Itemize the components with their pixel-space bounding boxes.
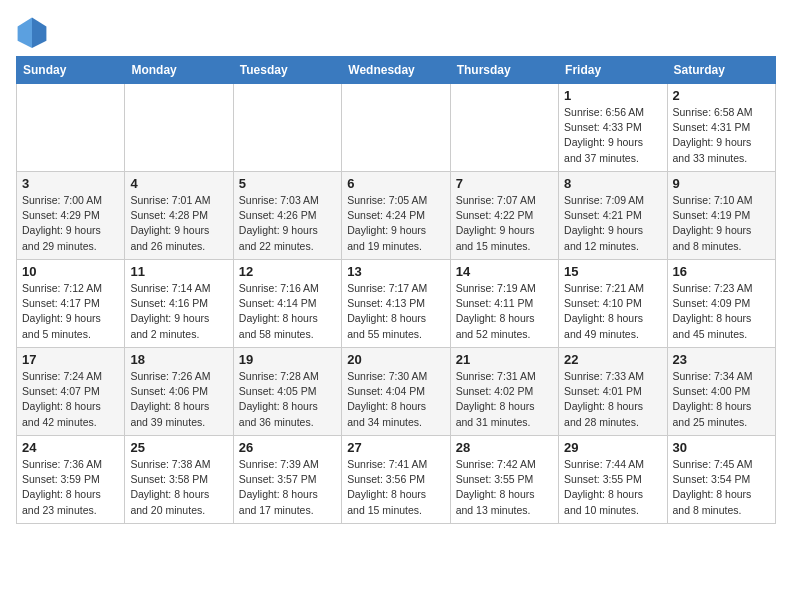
day-number: 9 bbox=[673, 176, 770, 191]
day-number: 16 bbox=[673, 264, 770, 279]
calendar-cell: 18Sunrise: 7:26 AM Sunset: 4:06 PM Dayli… bbox=[125, 348, 233, 436]
day-number: 30 bbox=[673, 440, 770, 455]
weekday-header-friday: Friday bbox=[559, 57, 667, 84]
day-info: Sunrise: 7:19 AM Sunset: 4:11 PM Dayligh… bbox=[456, 281, 553, 342]
calendar-week-5: 24Sunrise: 7:36 AM Sunset: 3:59 PM Dayli… bbox=[17, 436, 776, 524]
calendar-cell: 20Sunrise: 7:30 AM Sunset: 4:04 PM Dayli… bbox=[342, 348, 450, 436]
calendar-cell: 1Sunrise: 6:56 AM Sunset: 4:33 PM Daylig… bbox=[559, 84, 667, 172]
day-info: Sunrise: 7:05 AM Sunset: 4:24 PM Dayligh… bbox=[347, 193, 444, 254]
day-number: 4 bbox=[130, 176, 227, 191]
calendar-cell: 3Sunrise: 7:00 AM Sunset: 4:29 PM Daylig… bbox=[17, 172, 125, 260]
calendar-cell bbox=[450, 84, 558, 172]
day-info: Sunrise: 7:00 AM Sunset: 4:29 PM Dayligh… bbox=[22, 193, 119, 254]
day-info: Sunrise: 7:42 AM Sunset: 3:55 PM Dayligh… bbox=[456, 457, 553, 518]
weekday-header-monday: Monday bbox=[125, 57, 233, 84]
day-number: 12 bbox=[239, 264, 336, 279]
calendar-week-1: 1Sunrise: 6:56 AM Sunset: 4:33 PM Daylig… bbox=[17, 84, 776, 172]
calendar-cell: 4Sunrise: 7:01 AM Sunset: 4:28 PM Daylig… bbox=[125, 172, 233, 260]
day-info: Sunrise: 7:14 AM Sunset: 4:16 PM Dayligh… bbox=[130, 281, 227, 342]
day-info: Sunrise: 7:01 AM Sunset: 4:28 PM Dayligh… bbox=[130, 193, 227, 254]
day-number: 5 bbox=[239, 176, 336, 191]
calendar-cell: 22Sunrise: 7:33 AM Sunset: 4:01 PM Dayli… bbox=[559, 348, 667, 436]
day-number: 8 bbox=[564, 176, 661, 191]
page-header bbox=[16, 16, 776, 48]
calendar-cell: 8Sunrise: 7:09 AM Sunset: 4:21 PM Daylig… bbox=[559, 172, 667, 260]
day-info: Sunrise: 7:09 AM Sunset: 4:21 PM Dayligh… bbox=[564, 193, 661, 254]
day-number: 11 bbox=[130, 264, 227, 279]
calendar-header-row: SundayMondayTuesdayWednesdayThursdayFrid… bbox=[17, 57, 776, 84]
calendar-cell: 11Sunrise: 7:14 AM Sunset: 4:16 PM Dayli… bbox=[125, 260, 233, 348]
day-info: Sunrise: 7:21 AM Sunset: 4:10 PM Dayligh… bbox=[564, 281, 661, 342]
weekday-header-saturday: Saturday bbox=[667, 57, 775, 84]
calendar-cell: 6Sunrise: 7:05 AM Sunset: 4:24 PM Daylig… bbox=[342, 172, 450, 260]
calendar-cell: 30Sunrise: 7:45 AM Sunset: 3:54 PM Dayli… bbox=[667, 436, 775, 524]
day-info: Sunrise: 7:45 AM Sunset: 3:54 PM Dayligh… bbox=[673, 457, 770, 518]
day-number: 19 bbox=[239, 352, 336, 367]
day-number: 24 bbox=[22, 440, 119, 455]
svg-marker-1 bbox=[32, 18, 46, 48]
day-number: 21 bbox=[456, 352, 553, 367]
calendar-week-4: 17Sunrise: 7:24 AM Sunset: 4:07 PM Dayli… bbox=[17, 348, 776, 436]
calendar-cell: 12Sunrise: 7:16 AM Sunset: 4:14 PM Dayli… bbox=[233, 260, 341, 348]
day-info: Sunrise: 7:23 AM Sunset: 4:09 PM Dayligh… bbox=[673, 281, 770, 342]
day-number: 6 bbox=[347, 176, 444, 191]
calendar-cell: 17Sunrise: 7:24 AM Sunset: 4:07 PM Dayli… bbox=[17, 348, 125, 436]
day-number: 25 bbox=[130, 440, 227, 455]
weekday-header-sunday: Sunday bbox=[17, 57, 125, 84]
day-number: 3 bbox=[22, 176, 119, 191]
day-number: 22 bbox=[564, 352, 661, 367]
day-info: Sunrise: 7:44 AM Sunset: 3:55 PM Dayligh… bbox=[564, 457, 661, 518]
calendar-cell: 13Sunrise: 7:17 AM Sunset: 4:13 PM Dayli… bbox=[342, 260, 450, 348]
calendar-cell: 2Sunrise: 6:58 AM Sunset: 4:31 PM Daylig… bbox=[667, 84, 775, 172]
calendar-cell bbox=[125, 84, 233, 172]
calendar-cell: 19Sunrise: 7:28 AM Sunset: 4:05 PM Dayli… bbox=[233, 348, 341, 436]
day-info: Sunrise: 7:31 AM Sunset: 4:02 PM Dayligh… bbox=[456, 369, 553, 430]
day-info: Sunrise: 7:07 AM Sunset: 4:22 PM Dayligh… bbox=[456, 193, 553, 254]
calendar-cell: 14Sunrise: 7:19 AM Sunset: 4:11 PM Dayli… bbox=[450, 260, 558, 348]
calendar-table: SundayMondayTuesdayWednesdayThursdayFrid… bbox=[16, 56, 776, 524]
day-info: Sunrise: 7:10 AM Sunset: 4:19 PM Dayligh… bbox=[673, 193, 770, 254]
calendar-cell: 26Sunrise: 7:39 AM Sunset: 3:57 PM Dayli… bbox=[233, 436, 341, 524]
day-info: Sunrise: 7:39 AM Sunset: 3:57 PM Dayligh… bbox=[239, 457, 336, 518]
day-number: 28 bbox=[456, 440, 553, 455]
day-info: Sunrise: 7:34 AM Sunset: 4:00 PM Dayligh… bbox=[673, 369, 770, 430]
day-info: Sunrise: 7:38 AM Sunset: 3:58 PM Dayligh… bbox=[130, 457, 227, 518]
day-info: Sunrise: 7:17 AM Sunset: 4:13 PM Dayligh… bbox=[347, 281, 444, 342]
calendar-week-2: 3Sunrise: 7:00 AM Sunset: 4:29 PM Daylig… bbox=[17, 172, 776, 260]
day-info: Sunrise: 6:56 AM Sunset: 4:33 PM Dayligh… bbox=[564, 105, 661, 166]
day-info: Sunrise: 7:16 AM Sunset: 4:14 PM Dayligh… bbox=[239, 281, 336, 342]
calendar-cell: 29Sunrise: 7:44 AM Sunset: 3:55 PM Dayli… bbox=[559, 436, 667, 524]
day-number: 2 bbox=[673, 88, 770, 103]
day-number: 29 bbox=[564, 440, 661, 455]
calendar-cell bbox=[233, 84, 341, 172]
calendar-cell: 25Sunrise: 7:38 AM Sunset: 3:58 PM Dayli… bbox=[125, 436, 233, 524]
calendar-cell: 9Sunrise: 7:10 AM Sunset: 4:19 PM Daylig… bbox=[667, 172, 775, 260]
logo bbox=[16, 16, 52, 48]
weekday-header-tuesday: Tuesday bbox=[233, 57, 341, 84]
day-number: 15 bbox=[564, 264, 661, 279]
calendar-cell: 16Sunrise: 7:23 AM Sunset: 4:09 PM Dayli… bbox=[667, 260, 775, 348]
day-info: Sunrise: 6:58 AM Sunset: 4:31 PM Dayligh… bbox=[673, 105, 770, 166]
calendar-cell: 10Sunrise: 7:12 AM Sunset: 4:17 PM Dayli… bbox=[17, 260, 125, 348]
day-number: 10 bbox=[22, 264, 119, 279]
calendar-cell: 15Sunrise: 7:21 AM Sunset: 4:10 PM Dayli… bbox=[559, 260, 667, 348]
day-number: 18 bbox=[130, 352, 227, 367]
calendar-cell: 24Sunrise: 7:36 AM Sunset: 3:59 PM Dayli… bbox=[17, 436, 125, 524]
day-number: 1 bbox=[564, 88, 661, 103]
weekday-header-wednesday: Wednesday bbox=[342, 57, 450, 84]
day-number: 20 bbox=[347, 352, 444, 367]
calendar-cell: 21Sunrise: 7:31 AM Sunset: 4:02 PM Dayli… bbox=[450, 348, 558, 436]
day-number: 23 bbox=[673, 352, 770, 367]
day-number: 13 bbox=[347, 264, 444, 279]
day-info: Sunrise: 7:03 AM Sunset: 4:26 PM Dayligh… bbox=[239, 193, 336, 254]
calendar-cell bbox=[17, 84, 125, 172]
svg-marker-2 bbox=[18, 18, 32, 48]
day-number: 17 bbox=[22, 352, 119, 367]
logo-icon bbox=[16, 16, 48, 48]
day-info: Sunrise: 7:30 AM Sunset: 4:04 PM Dayligh… bbox=[347, 369, 444, 430]
day-info: Sunrise: 7:28 AM Sunset: 4:05 PM Dayligh… bbox=[239, 369, 336, 430]
calendar-cell: 5Sunrise: 7:03 AM Sunset: 4:26 PM Daylig… bbox=[233, 172, 341, 260]
calendar-cell: 7Sunrise: 7:07 AM Sunset: 4:22 PM Daylig… bbox=[450, 172, 558, 260]
day-number: 14 bbox=[456, 264, 553, 279]
day-number: 7 bbox=[456, 176, 553, 191]
